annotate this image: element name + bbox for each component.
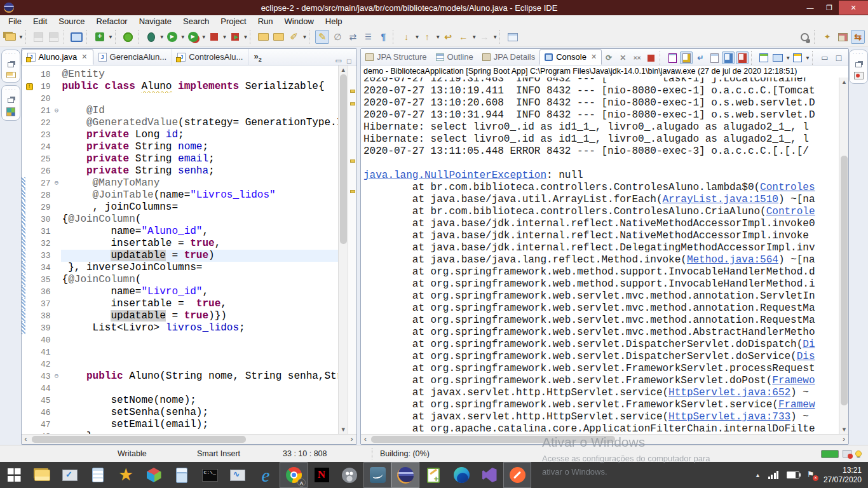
console-hyperlink[interactable]: Controles — [760, 182, 815, 193]
minimize-button[interactable]: — — [801, 1, 820, 15]
menu-file[interactable]: File — [3, 17, 27, 26]
taskbar-edge-button[interactable] — [447, 462, 475, 488]
maximize-view-icon[interactable]: □ — [347, 57, 351, 65]
maximize-icon[interactable] — [832, 51, 845, 64]
code-editor[interactable]: 1718@Entity19public class Aluno implemen… — [22, 65, 338, 434]
open-console-icon[interactable] — [791, 51, 804, 64]
taskbar-start-button[interactable] — [0, 462, 28, 488]
fold-toggle-icon[interactable]: ⊖ — [53, 105, 61, 117]
scrollbar-thumb[interactable] — [371, 436, 615, 443]
view-tab-outline[interactable]: Outline — [431, 49, 478, 65]
scroll-down-arrow[interactable]: ▼ — [839, 425, 848, 434]
battery-icon[interactable] — [787, 471, 799, 478]
taskbar-command-prompt-button[interactable] — [196, 462, 224, 488]
taskbar-eclipse-button[interactable] — [391, 462, 419, 488]
scroll-right-arrow[interactable]: › — [348, 435, 356, 445]
editor-horizontal-scrollbar[interactable]: ‹ › — [22, 434, 356, 444]
scroll-down-arrow[interactable]: ▼ — [339, 425, 348, 434]
console-hyperlink[interactable]: HttpServlet.java:652 — [668, 387, 790, 398]
scroll-left-arrow[interactable]: ‹ — [361, 435, 370, 445]
open-folder-icon[interactable] — [271, 30, 285, 44]
taskbar-chrome-button[interactable]: A — [280, 462, 308, 488]
console-hyperlink[interactable]: Dis — [797, 351, 815, 362]
pin-console-icon[interactable] — [708, 51, 721, 64]
new-project-icon[interactable] — [93, 30, 107, 44]
show-on-stdout-icon[interactable] — [722, 51, 735, 64]
link-with-editor-icon[interactable] — [346, 30, 360, 44]
dropdown-arrow-icon[interactable]: ▼ — [159, 34, 165, 40]
dropdown-arrow-icon[interactable]: ▼ — [222, 34, 227, 40]
profile-icon[interactable] — [186, 30, 200, 44]
editor-tab-gerenciaalun[interactable]: JGerenciaAlun... — [93, 49, 173, 65]
menu-navigate[interactable]: Navigate — [133, 17, 177, 26]
dropdown-arrow-icon[interactable]: ▼ — [805, 55, 810, 61]
view-tab-console[interactable]: Console✕ — [539, 49, 602, 65]
flag-alert-icon[interactable] — [807, 471, 816, 480]
scrollbar-thumb[interactable] — [340, 74, 347, 244]
javaee-perspective-icon[interactable] — [851, 30, 865, 44]
tray-expand-icon[interactable]: ▲ — [755, 472, 761, 478]
clear-console-icon[interactable] — [666, 51, 679, 64]
brush-icon[interactable] — [287, 30, 301, 44]
menu-search[interactable]: Search — [177, 17, 215, 26]
taskbar-netflix-button[interactable] — [308, 462, 336, 488]
restore-view-icon[interactable] — [8, 98, 14, 103]
menu-source[interactable]: Source — [53, 17, 90, 26]
console-hyperlink[interactable]: java.lang.NullPointerException — [363, 170, 546, 181]
show-source-icon[interactable] — [361, 30, 375, 44]
save-all-icon[interactable] — [47, 30, 61, 44]
dropdown-arrow-icon[interactable]: ▼ — [302, 34, 307, 40]
terminate-icon[interactable] — [644, 51, 657, 64]
taskbar-calculator-button[interactable] — [168, 462, 196, 488]
next-annotation-icon[interactable] — [399, 30, 413, 44]
show-whitespace-icon[interactable] — [376, 30, 390, 44]
taskbar-resource-monitor-button[interactable] — [224, 462, 252, 488]
scroll-lock-icon[interactable] — [680, 51, 693, 64]
scroll-left-arrow[interactable]: ‹ — [22, 435, 31, 445]
more-tabs-chevron[interactable]: »2 — [254, 51, 261, 63]
forward-icon[interactable] — [477, 30, 491, 44]
menu-edit[interactable]: Edit — [27, 17, 53, 26]
console-hyperlink[interactable]: ArrayList.java:1510 — [662, 194, 778, 205]
console-hyperlink[interactable]: Di — [803, 339, 815, 350]
stop-build-icon[interactable] — [843, 450, 851, 458]
console-hyperlink[interactable]: Controle — [766, 206, 815, 217]
warning-mark[interactable] — [350, 159, 355, 163]
search-icon[interactable] — [797, 30, 811, 44]
display-console-icon[interactable] — [771, 51, 784, 64]
taskbar-pc-app-button[interactable] — [56, 462, 84, 488]
scroll-right-arrow[interactable]: › — [839, 435, 848, 445]
scrollbar-thumb[interactable] — [841, 156, 848, 405]
dropdown-arrow-icon[interactable]: ▼ — [492, 34, 498, 40]
menu-run[interactable]: Run — [252, 17, 279, 26]
close-button[interactable]: ✕ — [839, 1, 868, 15]
open-perspective-icon[interactable] — [820, 30, 834, 44]
view-tab-jpa-structure[interactable]: JPA Structure — [361, 49, 431, 65]
dropdown-arrow-icon[interactable]: ▼ — [108, 34, 113, 40]
dropdown-arrow-icon[interactable]: ▼ — [414, 34, 419, 40]
new-wizard-icon[interactable] — [3, 30, 17, 44]
view-tab-jpa-details[interactable]: JPA Details — [478, 49, 540, 65]
taskbar-postman-button[interactable] — [503, 462, 531, 488]
restore-view-icon[interactable] — [8, 62, 14, 67]
restore-button[interactable]: ❐ — [820, 1, 839, 15]
crelaunch-icon[interactable] — [602, 51, 615, 64]
spring-boot-icon[interactable] — [121, 30, 135, 44]
taskbar-notepad-plus-plus-button[interactable] — [419, 462, 447, 488]
show-on-stderr-icon[interactable] — [736, 51, 749, 64]
scroll-up-arrow[interactable]: ▲ — [839, 78, 848, 86]
taskbar-mysql-workbench-button[interactable] — [363, 462, 391, 488]
tray-clock[interactable]: 13:21 27/07/2020 — [824, 466, 862, 485]
console-hyperlink[interactable]: Method.java:564 — [687, 254, 778, 266]
prev-annotation-icon[interactable] — [420, 30, 434, 44]
warning-icon[interactable] — [25, 81, 33, 93]
pin-editor-icon[interactable] — [506, 30, 520, 44]
console-monitor-icon[interactable] — [70, 30, 84, 44]
new-console-icon[interactable] — [757, 51, 770, 64]
data-source-explorer-icon[interactable] — [6, 107, 15, 116]
taskbar-file-explorer-button[interactable] — [28, 462, 56, 488]
dropdown-arrow-icon[interactable]: ▼ — [18, 34, 24, 40]
overview-ruler[interactable] — [348, 65, 356, 434]
menu-refactor[interactable]: Refactor — [91, 17, 133, 26]
save-icon[interactable] — [32, 30, 46, 44]
